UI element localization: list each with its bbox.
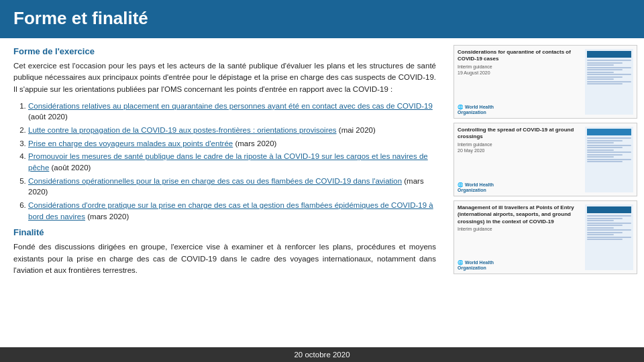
references-list: Considérations relatives au placement en… [16,101,436,223]
finalite-section: Finalité Fondé des discussions dirigées … [13,227,436,276]
doc-card-2-who: 🌐 World HealthOrganization [458,182,581,192]
doc-card-2-subtitle: Interim guidance [458,142,581,147]
doc-card-1-who: 🌐 World HealthOrganization [458,105,581,115]
list-item: Prise en charge des voyageurs malades au… [28,138,436,149]
doc-card-3-thumb [585,204,633,270]
list-item: Lutte contre la propagation de la COVID-… [28,125,436,136]
doc-card-1: Considerations for quarantine of contact… [453,45,637,119]
list-link-3[interactable]: Prise en charge des voyageurs malades au… [28,139,233,147]
doc-card-3: Management of ill travellers at Points o… [453,200,637,274]
list-container: Considérations relatives au placement en… [13,101,436,223]
list-link-5[interactable]: Considérations opérationnelles pour la p… [28,177,402,185]
content-area: Forme de l'exercice Cet exercice est l'o… [0,38,644,347]
doc-card-3-text: Management of ill travellers at Points o… [458,204,581,270]
list-item: Promouvoir les mesures de santé publique… [28,151,436,173]
footer-date: 20 octobre 2020 [294,351,350,359]
section1-title: Forme de l'exercice [13,46,436,56]
list-link-2[interactable]: Lutte contre la propagation de la COVID-… [28,126,337,134]
doc-card-2-thumb [585,127,633,192]
doc-card-1-title: Considerations for quarantine of contact… [458,49,581,63]
doc-card-3-title: Management of ill travellers at Points o… [458,204,581,225]
section1-body: Cet exercice est l'occasion pour les pay… [13,60,436,95]
doc-card-2: Controlling the spread of COVID-19 at gr… [453,123,637,196]
doc-card-2-text: Controlling the spread of COVID-19 at gr… [458,127,581,192]
doc-card-1-thumb [585,49,633,115]
list-item: Considérations d'ordre pratique sur la p… [28,200,436,222]
list-item: Considérations opérationnelles pour la p… [28,176,436,198]
page-wrapper: Forme et finalité Forme de l'exercice Ce… [0,0,644,362]
doc-card-3-subtitle: Interim guidance [458,227,581,231]
doc-card-3-who: 🌐 World HealthOrganization [458,260,581,270]
footer-bar: 20 octobre 2020 [0,347,644,362]
doc-card-1-subtitle: Interim guidance [458,64,581,69]
doc-card-2-date: 20 May 2020 [458,148,581,153]
section2-title: Finalité [13,227,436,237]
list-item: Considérations relatives au placement en… [28,101,436,123]
list-link-1[interactable]: Considérations relatives au placement en… [28,102,433,110]
list-link-4[interactable]: Promouvoir les mesures de santé publique… [28,152,428,172]
page-header: Forme et finalité [0,0,644,38]
section2-body: Fondé des discussions dirigées en groupe… [13,241,436,276]
doc-card-2-title: Controlling the spread of COVID-19 at gr… [458,127,581,141]
doc-card-1-text: Considerations for quarantine of contact… [458,49,581,115]
doc-card-1-date: 19 August 2020 [458,70,581,75]
list-link-6[interactable]: Considérations d'ordre pratique sur la p… [28,201,433,221]
right-panel: Considerations for quarantine of contact… [449,38,644,347]
main-content: Forme de l'exercice Cet exercice est l'o… [0,38,449,347]
page-title: Forme et finalité [13,8,631,29]
